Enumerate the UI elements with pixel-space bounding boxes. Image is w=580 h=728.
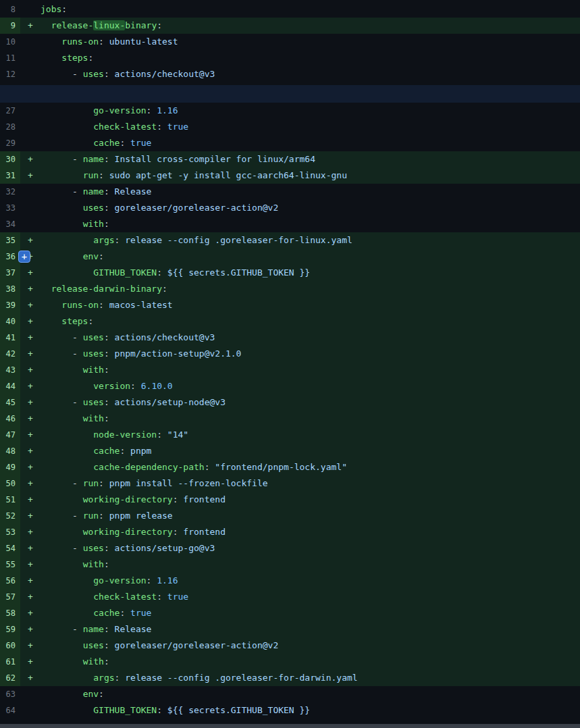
line-number[interactable]: 46 xyxy=(0,411,20,427)
diff-line-49: 49+ cache-dependency-path: "frontend/pnp… xyxy=(0,459,580,475)
code-token: uses xyxy=(83,640,104,650)
add-line-comment-button[interactable]: + xyxy=(18,251,30,263)
diff-marker: + xyxy=(20,524,41,540)
diff-marker: + xyxy=(20,265,41,281)
code-token: actions/setup-go@v3 xyxy=(115,543,215,553)
line-number[interactable]: 53 xyxy=(0,524,20,540)
diff-line-8: 8jobs: xyxy=(0,1,580,18)
hunk-expander[interactable] xyxy=(0,85,580,103)
code-line: - name: Release xyxy=(41,621,580,638)
line-number[interactable]: 12 xyxy=(0,66,20,82)
code-token: goreleaser/goreleaser-action@v2 xyxy=(115,203,279,213)
code-token xyxy=(41,689,83,699)
code-token: pnpm/action-setup@v2.1.0 xyxy=(115,348,242,359)
diff-marker xyxy=(20,200,41,216)
code-token xyxy=(41,284,51,294)
line-number[interactable]: 38 xyxy=(0,281,20,297)
line-number[interactable]: 8 xyxy=(0,1,20,18)
code-token: true xyxy=(167,592,188,602)
line-number[interactable]: 39 xyxy=(0,297,20,313)
diff-line-27: 27 go-version: 1.16 xyxy=(0,103,580,119)
code-token: uses xyxy=(83,69,104,79)
code-token: frontend xyxy=(183,494,226,504)
code-token: env xyxy=(83,251,99,261)
code-token: : xyxy=(88,316,93,326)
line-number[interactable]: 47 xyxy=(0,427,20,443)
diff-marker: + xyxy=(20,313,41,330)
line-number[interactable]: 54 xyxy=(0,540,20,556)
line-number[interactable]: 45 xyxy=(0,394,20,411)
code-line: GITHUB_TOKEN: ${{ secrets.GITHUB_TOKEN }… xyxy=(41,702,580,719)
diff-marker: + xyxy=(20,443,41,459)
code-token: with xyxy=(83,413,104,423)
code-token: name xyxy=(83,154,104,164)
diff-line-61: 61+ with: xyxy=(0,654,580,670)
code-token: true xyxy=(130,608,151,618)
diff-line-59: 59+ - name: Release xyxy=(0,621,580,638)
diff-marker: + xyxy=(20,492,41,508)
code-token: : xyxy=(120,608,130,618)
line-number[interactable]: 64 xyxy=(0,702,20,719)
code-line: env: xyxy=(41,249,580,265)
line-number[interactable]: 50 xyxy=(0,475,20,492)
code-token: : xyxy=(104,559,109,569)
line-number[interactable]: 52 xyxy=(0,508,20,524)
line-number[interactable]: 56 xyxy=(0,573,20,589)
line-number[interactable]: 44 xyxy=(0,378,20,394)
line-number[interactable]: 9 xyxy=(0,18,20,34)
line-number[interactable]: 28 xyxy=(0,119,20,135)
code-token: : xyxy=(104,656,109,667)
line-number[interactable]: 10 xyxy=(0,34,20,50)
code-token: runs-on xyxy=(61,36,99,47)
code-token: release-darwin-binary xyxy=(51,284,162,294)
code-line: - name: Release xyxy=(41,184,580,200)
diff-line-34: 34 with: xyxy=(0,216,580,232)
code-token: : xyxy=(99,251,104,261)
line-number[interactable]: 49 xyxy=(0,459,20,475)
line-number[interactable]: 62 xyxy=(0,670,20,686)
code-token: : xyxy=(104,154,115,164)
code-token: : xyxy=(104,397,115,407)
line-number[interactable]: 36 xyxy=(0,249,20,265)
diff-line-54: 54+ - uses: actions/setup-go@v3 xyxy=(0,540,580,556)
diff-marker: + xyxy=(20,670,41,686)
line-number[interactable]: 31 xyxy=(0,167,20,184)
line-number[interactable]: 48 xyxy=(0,443,20,459)
line-number[interactable]: 29 xyxy=(0,135,20,151)
line-number[interactable]: 57 xyxy=(0,589,20,605)
line-number[interactable]: 63 xyxy=(0,686,20,702)
line-number[interactable]: 30 xyxy=(0,151,20,167)
code-line: - run: pnpm release xyxy=(41,508,580,524)
line-number[interactable]: 59 xyxy=(0,621,20,638)
diff-line-11: 11 steps: xyxy=(0,50,580,66)
line-number[interactable]: 43 xyxy=(0,362,20,378)
code-token xyxy=(41,462,93,472)
line-number[interactable]: 34 xyxy=(0,216,20,232)
line-number[interactable]: 27 xyxy=(0,103,20,119)
line-number[interactable]: 11 xyxy=(0,50,20,66)
line-number[interactable]: 42 xyxy=(0,346,20,362)
code-line: run: sudo apt-get -y install gcc-aarch64… xyxy=(41,167,580,184)
line-number[interactable]: 60 xyxy=(0,638,20,654)
line-number[interactable]: 35 xyxy=(0,232,20,249)
code-token xyxy=(41,705,93,715)
line-number[interactable]: 55 xyxy=(0,556,20,573)
diff-line-62: 62+ args: release --config .goreleaser-f… xyxy=(0,670,580,686)
line-number[interactable]: 51 xyxy=(0,492,20,508)
line-number[interactable]: 41 xyxy=(0,330,20,346)
code-token: : xyxy=(130,381,141,391)
code-line: cache-dependency-path: "frontend/pnpm-lo… xyxy=(41,459,580,475)
line-number[interactable]: 58 xyxy=(0,605,20,621)
line-number[interactable]: 33 xyxy=(0,200,20,216)
code-token: steps xyxy=(61,53,88,63)
code-token: : xyxy=(104,348,115,359)
line-number[interactable]: 40 xyxy=(0,313,20,330)
code-token: true xyxy=(167,122,188,132)
diff-marker: + xyxy=(20,346,41,362)
line-number[interactable]: 37 xyxy=(0,265,20,281)
line-number[interactable]: 61 xyxy=(0,654,20,670)
code-line: release-linux-binary: xyxy=(41,18,580,34)
code-token: : xyxy=(104,219,109,229)
code-token: pnpm xyxy=(130,446,151,456)
line-number[interactable]: 32 xyxy=(0,184,20,200)
